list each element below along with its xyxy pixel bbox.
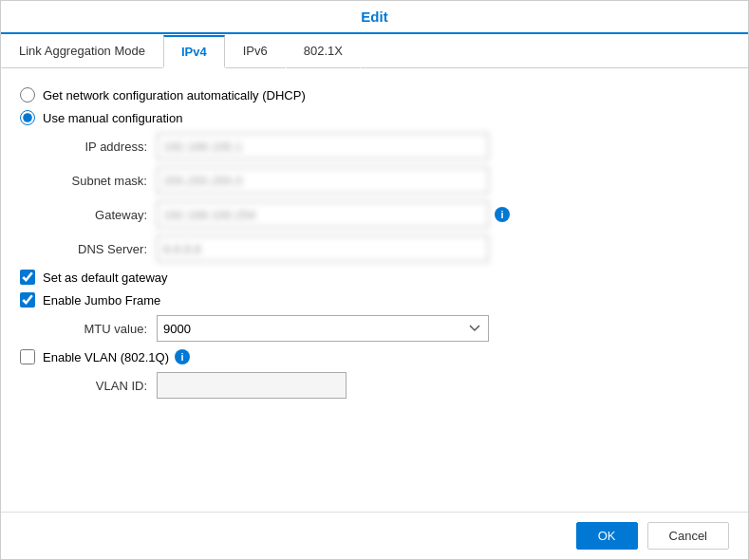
ip-address-label: IP address: xyxy=(43,140,147,154)
manual-label: Use manual configuration xyxy=(43,111,182,125)
manual-radio-row[interactable]: Use manual configuration xyxy=(20,110,729,125)
vlan-id-input[interactable] xyxy=(157,372,346,399)
edit-dialog: Edit Link Aggregation Mode IPv4 IPv6 802… xyxy=(0,0,749,560)
ip-address-input[interactable] xyxy=(157,133,489,159)
vlan-id-row: VLAN ID: xyxy=(43,372,729,399)
ip-address-row: IP address: xyxy=(43,133,729,159)
dhcp-label: Get network configuration automatically … xyxy=(43,88,306,103)
dns-server-label: DNS Server: xyxy=(43,242,147,256)
dhcp-radio[interactable] xyxy=(20,87,35,103)
enable-vlan-checkbox[interactable] xyxy=(20,349,35,364)
manual-radio[interactable] xyxy=(20,110,35,125)
vlan-row[interactable]: Enable VLAN (802.1Q) i xyxy=(20,349,729,364)
mtu-select[interactable]: 1500 4000 7000 9000 xyxy=(157,315,489,342)
subnet-mask-label: Subnet mask: xyxy=(43,174,147,188)
vlan-id-label: VLAN ID: xyxy=(43,379,147,393)
default-gateway-row[interactable]: Set as default gateway xyxy=(20,270,729,285)
tab-ipv6[interactable]: IPv6 xyxy=(225,35,286,68)
subnet-mask-input[interactable] xyxy=(157,167,489,194)
ok-button[interactable]: OK xyxy=(576,522,638,550)
default-gateway-label: Set as default gateway xyxy=(43,271,168,285)
gateway-label: Gateway: xyxy=(43,208,147,222)
tab-bar: Link Aggregation Mode IPv4 IPv6 802.1X xyxy=(1,34,748,68)
jumbo-frame-row[interactable]: Enable Jumbo Frame xyxy=(20,292,729,308)
jumbo-frame-checkbox[interactable] xyxy=(20,292,35,308)
gateway-info-icon[interactable]: i xyxy=(495,207,510,222)
dns-server-row: DNS Server: xyxy=(43,235,729,262)
dialog-body: Get network configuration automatically … xyxy=(1,68,748,512)
cancel-button[interactable]: Cancel xyxy=(647,522,729,550)
gateway-input[interactable] xyxy=(157,201,489,228)
gateway-row: Gateway: i xyxy=(43,201,729,228)
default-gateway-checkbox[interactable] xyxy=(20,270,35,285)
manual-config-section: IP address: Subnet mask: Gateway: i DNS … xyxy=(43,133,729,262)
jumbo-frame-label: Enable Jumbo Frame xyxy=(43,293,160,308)
dns-server-input[interactable] xyxy=(157,235,489,262)
dhcp-radio-row[interactable]: Get network configuration automatically … xyxy=(20,87,729,103)
tab-ipv4[interactable]: IPv4 xyxy=(163,35,225,68)
dialog-footer: OK Cancel xyxy=(1,512,748,559)
vlan-info-icon[interactable]: i xyxy=(175,349,190,364)
title-bar: Edit xyxy=(1,1,748,34)
tab-link-aggregation[interactable]: Link Aggregation Mode xyxy=(1,35,163,68)
enable-vlan-label: Enable VLAN (802.1Q) xyxy=(43,350,169,364)
subnet-mask-row: Subnet mask: xyxy=(43,167,729,194)
dialog-title: Edit xyxy=(1,9,748,32)
mtu-label: MTU value: xyxy=(43,322,147,336)
mtu-row: MTU value: 1500 4000 7000 9000 xyxy=(43,315,729,342)
tab-dot1x[interactable]: 802.1X xyxy=(286,35,361,68)
